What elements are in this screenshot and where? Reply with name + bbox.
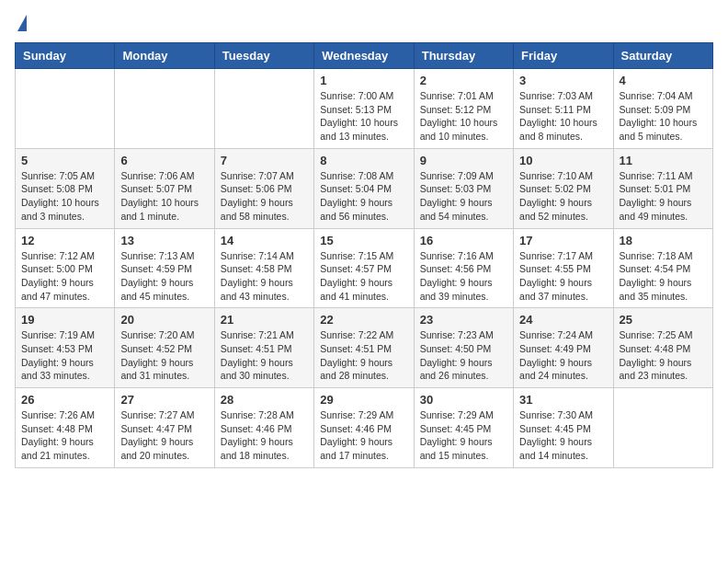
calendar-cell — [613, 388, 712, 468]
cell-content: Sunrise: 7:01 AM Sunset: 5:12 PM Dayligh… — [420, 89, 507, 144]
day-number: 16 — [420, 234, 507, 247]
calendar-cell: 23Sunrise: 7:23 AM Sunset: 4:50 PM Dayli… — [414, 308, 513, 388]
calendar-cell: 7Sunrise: 7:07 AM Sunset: 5:06 PM Daylig… — [214, 148, 313, 228]
logo — [15, 15, 27, 33]
calendar-cell: 17Sunrise: 7:17 AM Sunset: 4:55 PM Dayli… — [514, 228, 613, 308]
calendar-cell: 9Sunrise: 7:09 AM Sunset: 5:03 PM Daylig… — [414, 148, 513, 228]
calendar-week-row: 12Sunrise: 7:12 AM Sunset: 5:00 PM Dayli… — [16, 228, 713, 308]
day-number: 28 — [221, 393, 308, 407]
day-number: 5 — [21, 154, 108, 167]
day-number: 22 — [320, 313, 407, 327]
day-number: 25 — [620, 313, 707, 327]
day-number: 3 — [519, 74, 607, 87]
calendar-cell: 27Sunrise: 7:27 AM Sunset: 4:47 PM Dayli… — [115, 388, 214, 468]
calendar-day-header: Thursday — [414, 43, 513, 69]
day-number: 4 — [620, 74, 707, 87]
cell-content: Sunrise: 7:16 AM Sunset: 4:56 PM Dayligh… — [420, 249, 507, 304]
cell-content: Sunrise: 7:25 AM Sunset: 4:48 PM Dayligh… — [620, 328, 707, 383]
calendar-cell: 31Sunrise: 7:30 AM Sunset: 4:45 PM Dayli… — [514, 388, 613, 468]
cell-content: Sunrise: 7:05 AM Sunset: 5:08 PM Dayligh… — [21, 169, 108, 224]
cell-content: Sunrise: 7:15 AM Sunset: 4:57 PM Dayligh… — [320, 249, 407, 304]
calendar-cell: 5Sunrise: 7:05 AM Sunset: 5:08 PM Daylig… — [16, 148, 115, 228]
cell-content: Sunrise: 7:29 AM Sunset: 4:46 PM Dayligh… — [320, 408, 407, 463]
cell-content: Sunrise: 7:26 AM Sunset: 4:48 PM Dayligh… — [21, 408, 108, 463]
cell-content: Sunrise: 7:22 AM Sunset: 4:51 PM Dayligh… — [320, 328, 407, 383]
cell-content: Sunrise: 7:14 AM Sunset: 4:58 PM Dayligh… — [221, 249, 308, 304]
cell-content: Sunrise: 7:29 AM Sunset: 4:45 PM Dayligh… — [420, 408, 507, 463]
cell-content: Sunrise: 7:24 AM Sunset: 4:49 PM Dayligh… — [519, 328, 607, 383]
calendar-cell: 21Sunrise: 7:21 AM Sunset: 4:51 PM Dayli… — [214, 308, 313, 388]
logo-triangle-icon — [17, 15, 27, 31]
calendar-cell: 8Sunrise: 7:08 AM Sunset: 5:04 PM Daylig… — [314, 148, 414, 228]
calendar-cell: 30Sunrise: 7:29 AM Sunset: 4:45 PM Dayli… — [414, 388, 513, 468]
calendar-cell — [16, 69, 115, 149]
day-number: 21 — [221, 313, 308, 327]
cell-content: Sunrise: 7:23 AM Sunset: 4:50 PM Dayligh… — [420, 328, 507, 383]
calendar-cell: 12Sunrise: 7:12 AM Sunset: 5:00 PM Dayli… — [16, 228, 115, 308]
cell-content: Sunrise: 7:28 AM Sunset: 4:46 PM Dayligh… — [221, 408, 308, 463]
calendar-week-row: 5Sunrise: 7:05 AM Sunset: 5:08 PM Daylig… — [16, 148, 713, 228]
calendar-body: 1Sunrise: 7:00 AM Sunset: 5:13 PM Daylig… — [16, 69, 713, 468]
day-number: 12 — [21, 234, 108, 247]
page-header — [15, 15, 713, 33]
calendar-table: SundayMondayTuesdayWednesdayThursdayFrid… — [15, 42, 713, 468]
cell-content: Sunrise: 7:21 AM Sunset: 4:51 PM Dayligh… — [221, 328, 308, 383]
calendar-week-row: 26Sunrise: 7:26 AM Sunset: 4:48 PM Dayli… — [16, 388, 713, 468]
day-number: 29 — [320, 393, 407, 407]
calendar-cell: 26Sunrise: 7:26 AM Sunset: 4:48 PM Dayli… — [16, 388, 115, 468]
cell-content: Sunrise: 7:10 AM Sunset: 5:02 PM Dayligh… — [519, 169, 607, 224]
calendar-week-row: 1Sunrise: 7:00 AM Sunset: 5:13 PM Daylig… — [16, 69, 713, 149]
calendar-day-header: Monday — [115, 43, 214, 69]
day-number: 31 — [519, 393, 607, 407]
cell-content: Sunrise: 7:11 AM Sunset: 5:01 PM Dayligh… — [620, 169, 707, 224]
day-number: 9 — [420, 154, 507, 167]
calendar-cell: 25Sunrise: 7:25 AM Sunset: 4:48 PM Dayli… — [613, 308, 712, 388]
day-number: 17 — [519, 234, 607, 247]
day-number: 15 — [320, 234, 407, 247]
calendar-cell: 18Sunrise: 7:18 AM Sunset: 4:54 PM Dayli… — [613, 228, 712, 308]
cell-content: Sunrise: 7:09 AM Sunset: 5:03 PM Dayligh… — [420, 169, 507, 224]
cell-content: Sunrise: 7:30 AM Sunset: 4:45 PM Dayligh… — [519, 408, 607, 463]
day-number: 6 — [120, 154, 208, 167]
day-number: 10 — [519, 154, 607, 167]
calendar-cell: 13Sunrise: 7:13 AM Sunset: 4:59 PM Dayli… — [115, 228, 214, 308]
cell-content: Sunrise: 7:27 AM Sunset: 4:47 PM Dayligh… — [120, 408, 208, 463]
cell-content: Sunrise: 7:07 AM Sunset: 5:06 PM Dayligh… — [221, 169, 308, 224]
day-number: 24 — [519, 313, 607, 327]
calendar-cell — [115, 69, 214, 149]
calendar-cell: 28Sunrise: 7:28 AM Sunset: 4:46 PM Dayli… — [214, 388, 313, 468]
calendar-cell: 22Sunrise: 7:22 AM Sunset: 4:51 PM Dayli… — [314, 308, 414, 388]
day-number: 30 — [420, 393, 507, 407]
calendar-cell: 11Sunrise: 7:11 AM Sunset: 5:01 PM Dayli… — [613, 148, 712, 228]
cell-content: Sunrise: 7:20 AM Sunset: 4:52 PM Dayligh… — [120, 328, 208, 383]
calendar-cell: 20Sunrise: 7:20 AM Sunset: 4:52 PM Dayli… — [115, 308, 214, 388]
day-number: 27 — [120, 393, 208, 407]
day-number: 19 — [21, 313, 108, 327]
calendar-cell: 10Sunrise: 7:10 AM Sunset: 5:02 PM Dayli… — [514, 148, 613, 228]
day-number: 26 — [21, 393, 108, 407]
cell-content: Sunrise: 7:00 AM Sunset: 5:13 PM Dayligh… — [320, 89, 407, 144]
calendar-cell: 16Sunrise: 7:16 AM Sunset: 4:56 PM Dayli… — [414, 228, 513, 308]
calendar-cell: 24Sunrise: 7:24 AM Sunset: 4:49 PM Dayli… — [514, 308, 613, 388]
cell-content: Sunrise: 7:08 AM Sunset: 5:04 PM Dayligh… — [320, 169, 407, 224]
day-number: 7 — [221, 154, 308, 167]
calendar-day-header: Wednesday — [314, 43, 414, 69]
calendar-day-header: Sunday — [16, 43, 115, 69]
day-number: 1 — [320, 74, 407, 87]
cell-content: Sunrise: 7:19 AM Sunset: 4:53 PM Dayligh… — [21, 328, 108, 383]
calendar-day-header: Friday — [514, 43, 613, 69]
calendar-cell: 3Sunrise: 7:03 AM Sunset: 5:11 PM Daylig… — [514, 69, 613, 149]
day-number: 8 — [320, 154, 407, 167]
day-number: 2 — [420, 74, 507, 87]
cell-content: Sunrise: 7:12 AM Sunset: 5:00 PM Dayligh… — [21, 249, 108, 304]
day-number: 18 — [620, 234, 707, 247]
cell-content: Sunrise: 7:03 AM Sunset: 5:11 PM Dayligh… — [519, 89, 607, 144]
day-number: 13 — [120, 234, 208, 247]
calendar-cell: 1Sunrise: 7:00 AM Sunset: 5:13 PM Daylig… — [314, 69, 414, 149]
day-number: 11 — [620, 154, 707, 167]
calendar-cell: 19Sunrise: 7:19 AM Sunset: 4:53 PM Dayli… — [16, 308, 115, 388]
day-number: 23 — [420, 313, 507, 327]
cell-content: Sunrise: 7:04 AM Sunset: 5:09 PM Dayligh… — [620, 89, 707, 144]
calendar-cell: 29Sunrise: 7:29 AM Sunset: 4:46 PM Dayli… — [314, 388, 414, 468]
cell-content: Sunrise: 7:18 AM Sunset: 4:54 PM Dayligh… — [620, 249, 707, 304]
